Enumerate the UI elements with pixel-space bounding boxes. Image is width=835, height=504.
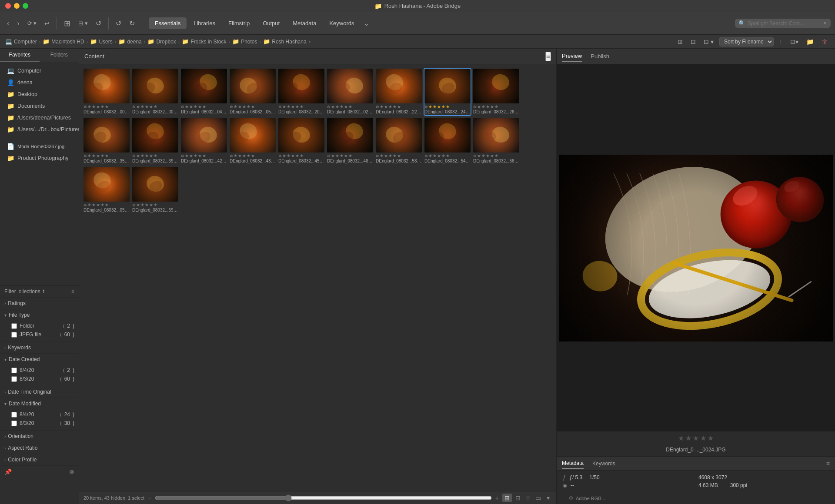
maximize-button[interactable] (23, 3, 28, 9)
filter-modified-840-checkbox[interactable] (11, 412, 17, 418)
filter-item-folder[interactable]: Folder (2) (10, 322, 76, 330)
filter-date-modified-header[interactable]: ▾ Date Modified (0, 398, 79, 409)
sort-select[interactable]: Sort by Filename (719, 37, 774, 46)
thumbnail-1[interactable]: ⊗★★★★★DEnglard_08032...001.JPG (132, 69, 178, 115)
thumbnail-11[interactable]: ⊗★★★★★DEnglard_08032...42.JPG (181, 118, 227, 164)
thumbnail-7[interactable]: ⊗★★★★★DEnglard_08032...24.JPG (424, 69, 471, 115)
refresh-button[interactable]: ↺ (93, 17, 104, 29)
filter-item-modified-840[interactable]: 8/4/20 (24) (10, 410, 76, 419)
sidebar-tab-favorites[interactable]: Favorites (0, 49, 40, 62)
thumbnail-12[interactable]: ⊗★★★★★DEnglard_08032...43.JPG (230, 118, 276, 164)
breadcrumb-frocks[interactable]: 📁 Frocks in Stock (182, 38, 226, 45)
thumbnail-5[interactable]: ⊗★★★★★DEnglard_08032...021.JPG (327, 69, 373, 115)
sidebar-item-pictures[interactable]: 📁 /Users/deena/Pictures (2, 112, 77, 123)
breadcrumb-disclosure[interactable]: ▸ (309, 39, 311, 44)
thumbnail-16[interactable]: ⊗★★★★★DEnglard_08032...54.JPG (424, 118, 471, 164)
nav-up-button[interactable]: ↩ (42, 18, 52, 29)
undo-button[interactable]: ↺ (113, 17, 124, 29)
preview-star-5[interactable]: ★ (708, 434, 714, 442)
thumbnail-10[interactable]: ⊗★★★★★DEnglard_08032...39.JPG (132, 118, 178, 164)
filmstrip-view-button[interactable]: ▭ (533, 494, 543, 502)
sort-asc-button[interactable]: ↑ (777, 37, 785, 46)
tab-metadata-info[interactable]: Metadata (562, 458, 584, 469)
metadata-menu-button[interactable]: ≡ (826, 460, 830, 467)
thumbnail-view-button[interactable]: ⊞ (675, 37, 685, 46)
breadcrumb-computer[interactable]: 💻 Computer (5, 38, 37, 45)
filter-date-created-header[interactable]: ▾ Date Created (0, 354, 79, 365)
thumbnail-2[interactable]: ⊗★★★★★DEnglard_08032...04.JPG (181, 69, 227, 115)
reveal-in-finder-button[interactable]: ⊞ (61, 17, 73, 30)
redo-button[interactable]: ↻ (127, 17, 137, 29)
zoom-out-button[interactable]: − (148, 494, 151, 501)
thumbnail-13[interactable]: ⊗★★★★★DEnglard_08032...45.JPG (278, 118, 324, 164)
thumbnail-8[interactable]: ⊗★★★★★DEnglard_08032...26.JPG (473, 69, 519, 115)
tab-keywords[interactable]: Keywords (323, 17, 360, 29)
thumbnail-18[interactable]: ⊗★★★★★DEnglard_08032...057.JPG (84, 167, 130, 213)
preview-star-4[interactable]: ★ (700, 434, 706, 442)
tab-filmstrip[interactable]: Filmstrip (222, 17, 256, 29)
sidebar-item-deena[interactable]: 👤 deena (2, 77, 77, 88)
tab-libraries[interactable]: Libraries (187, 17, 221, 29)
tab-preview[interactable]: Preview (562, 50, 582, 62)
tab-essentials[interactable]: Essentials (149, 17, 187, 29)
filter-keywords-header[interactable]: › Keywords (0, 342, 79, 353)
sidebar-item-product-photography[interactable]: 📁 Product Photography (2, 153, 77, 164)
thumbnail-19[interactable]: ⊗★★★★★DEnglard_08032...59.JPG (132, 167, 178, 213)
thumbnail-3[interactable]: ⊗★★★★★DEnglard_08032...05.JPG (230, 69, 276, 115)
sidebar-item-computer[interactable]: 💻 Computer (2, 65, 77, 76)
batch-rename-button[interactable]: ⊟▾ (788, 37, 801, 46)
filter-collections-button[interactable]: ollections (19, 288, 40, 295)
breadcrumb-deena[interactable]: 📁 deena (118, 38, 141, 45)
grid-view-button[interactable]: ⊞ (502, 494, 512, 502)
search-dropdown-icon[interactable]: ▾ (824, 20, 826, 26)
filter-modified-830-checkbox[interactable] (11, 421, 17, 426)
sort-order-button[interactable]: ⊟ (688, 37, 698, 46)
filter-datetime-original-header[interactable]: › Date Time Original (0, 386, 79, 398)
nav-history-button[interactable]: ⟳ ▾ (25, 18, 40, 28)
search-input[interactable] (748, 20, 822, 27)
tabs-more-button[interactable]: ⌄ (361, 17, 372, 29)
view-options-button[interactable]: ⊟ ▾ (76, 18, 90, 28)
sidebar-item-documents[interactable]: 📁 Documents (2, 100, 77, 112)
delete-button[interactable]: 🗑 (819, 37, 830, 46)
close-button[interactable] (5, 3, 11, 9)
filter-color-profile-header[interactable]: › Color Profile (0, 454, 79, 465)
breadcrumb-users[interactable]: 📁 Users (90, 38, 112, 45)
clear-filter-button[interactable]: ⊗ (69, 468, 74, 475)
filter-t-button[interactable]: t (43, 288, 44, 295)
preview-star-2[interactable]: ★ (685, 434, 691, 442)
sidebar-item-dropbox-pictures[interactable]: 📁 /Users/.../Dr...box/Pictures (2, 124, 77, 135)
filter-item-jpeg[interactable]: JPEG file (60) (10, 330, 76, 339)
new-folder-button[interactable]: 📁 (804, 37, 816, 46)
filter-item-modified-830[interactable]: 8/3/20 (38) (10, 419, 76, 428)
filter-folder-checkbox[interactable] (11, 323, 17, 329)
zoom-slider[interactable] (155, 494, 491, 501)
pin-icon[interactable]: 📌 (4, 468, 12, 475)
breadcrumb-rosh-hashana[interactable]: 📁 Rosh Hashana (263, 38, 306, 45)
breadcrumb-dropbox[interactable]: 📁 Dropbox (147, 38, 176, 45)
minimize-button[interactable] (14, 3, 20, 9)
thumbnail-0[interactable]: ⊗★★★★★DEnglard_08032...00.JPG (84, 69, 130, 115)
filter-menu-button[interactable]: ≡ (71, 288, 74, 295)
nav-forward-button[interactable]: › (14, 18, 22, 29)
thumbnail-17[interactable]: ⊗★★★★★DEnglard_08032...56.JPG (473, 118, 519, 164)
zoom-in-button[interactable]: + (495, 494, 499, 501)
filter-jpeg-checkbox[interactable] (11, 332, 17, 338)
filter-ratings-header[interactable]: › Ratings (0, 298, 79, 309)
filter-button[interactable]: ⊟ ▾ (701, 37, 716, 46)
breadcrumb-photos[interactable]: 📁 Photos (232, 38, 257, 45)
thumbnail-6[interactable]: ⊗★★★★★DEnglard_08032...22.JPG (376, 69, 422, 115)
thumbnail-14[interactable]: ⊗★★★★★DEnglard_08032...46.JPG (327, 118, 373, 164)
filter-filetype-header[interactable]: ▾ File Type (0, 309, 79, 321)
tab-publish[interactable]: Publish (591, 51, 609, 62)
preview-star-1[interactable]: ★ (678, 434, 684, 442)
breadcrumb-macintosh-hd[interactable]: 📁 Macintosh HD (43, 38, 84, 45)
content-menu-button[interactable]: ≡ (545, 52, 551, 61)
filter-date830-checkbox[interactable] (11, 376, 17, 382)
filter-orientation-header[interactable]: › Orientation (0, 431, 79, 442)
list-view-button[interactable]: ≡ (524, 494, 532, 502)
filter-date840-checkbox[interactable] (11, 368, 17, 373)
tab-keywords-info[interactable]: Keywords (592, 459, 615, 468)
sidebar-item-moda-home[interactable]: 📄 Moda Home03367.jpg (2, 141, 77, 152)
nav-back-button[interactable]: ‹ (4, 18, 12, 29)
